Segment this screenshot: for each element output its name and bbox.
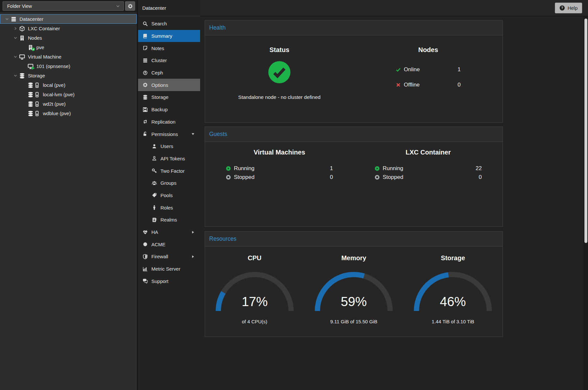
tree-item-virtual-machine[interactable]: Virtual Machine [0, 52, 137, 61]
tree-item-storage[interactable]: Storage [0, 71, 137, 80]
book-icon [143, 34, 148, 39]
nav-item-summary[interactable]: Summary [138, 30, 200, 42]
nav-item-api-tokens[interactable]: API Tokens [138, 153, 200, 165]
search-icon [143, 21, 148, 26]
caret-down-icon[interactable] [12, 73, 19, 78]
nav-item-label: ACME [151, 242, 165, 247]
health-panel-title: Health [209, 24, 226, 31]
resources-panel-header: Resources [205, 232, 503, 247]
nav-item-two-factor[interactable]: Two Factor [138, 165, 200, 177]
database-icon [28, 111, 33, 116]
caret-down-icon[interactable] [4, 17, 10, 21]
gauge-caption: of 4 CPU(s) [242, 319, 267, 324]
nav-item-pools[interactable]: Pools [138, 189, 200, 202]
nav-item-metric-server[interactable]: Metric Server [138, 263, 200, 275]
nav-item-replication[interactable]: Replication [138, 116, 200, 128]
database-icon [19, 73, 25, 79]
nav-item-label: Permissions [151, 131, 178, 137]
nav-item-permissions[interactable]: Permissions [138, 128, 200, 140]
nav-item-label: Search [151, 21, 167, 26]
nav-item-firewall[interactable]: Firewall [138, 250, 200, 263]
server-icon [143, 58, 148, 63]
tree-item-lxc-container[interactable]: LXC Container [0, 24, 137, 33]
key-icon [152, 168, 157, 173]
guests-panel-title: Guests [209, 131, 227, 138]
tree-item-pve[interactable]: pve [0, 43, 137, 52]
node-status-count: 0 [458, 82, 461, 88]
guest-status-label: Stopped [383, 174, 403, 181]
tree-item-local-lvm-pve[interactable]: local-lvm (pve) [0, 90, 137, 99]
check-badge-icon [32, 47, 35, 51]
gauge-caption: 9.11 GiB of 15.50 GiB [330, 319, 377, 324]
help-button[interactable]: ? Help [555, 3, 582, 13]
help-button-label: Help [568, 5, 578, 11]
nav-item-options[interactable]: Options [138, 79, 200, 91]
guest-status-count: 22 [476, 165, 482, 172]
scrollbar-thumb[interactable] [584, 19, 587, 243]
tree-item-label: Storage [28, 73, 45, 78]
nav-item-roles[interactable]: Roles [138, 201, 200, 214]
datacenter-nav: SearchSummaryNotesClusterCephOptionsStor… [138, 16, 200, 390]
nav-item-label: Users [160, 143, 173, 149]
nav-item-storage[interactable]: Storage [138, 91, 200, 103]
nav-item-ha[interactable]: HA [138, 226, 200, 238]
nav-item-label: Summary [151, 33, 172, 39]
gear-icon [128, 4, 133, 9]
nav-item-groups[interactable]: Groups [138, 177, 200, 189]
tree-item-label: 101 (opnsense) [36, 63, 70, 69]
nav-item-ceph[interactable]: Ceph [138, 67, 200, 79]
scrollbar-track[interactable] [583, 16, 588, 390]
node-status-row-online: Online1 [396, 62, 461, 77]
health-status-column: Status Standalone node - no cluster defi… [205, 35, 354, 122]
nav-item-label: Firewall [151, 254, 168, 259]
tree-item-101-opnsense[interactable]: 101 (opnsense) [0, 61, 137, 71]
health-panel-header: Health [205, 20, 503, 35]
nav-item-realms[interactable]: Realms [138, 214, 200, 226]
user-o-icon [152, 156, 157, 161]
tree-item-datacenter[interactable]: Datacenter [0, 14, 137, 24]
caret-spacer [20, 111, 27, 116]
guest-status-row-running: Running22 [375, 164, 482, 173]
guests-column-heading: LXC Container [406, 149, 451, 156]
status-heading: Status [269, 46, 289, 54]
nav-item-acme[interactable]: ACME [138, 238, 200, 250]
comments-icon [143, 278, 148, 284]
gauge-title: Storage [441, 254, 465, 262]
nav-item-notes[interactable]: Notes [138, 42, 200, 54]
tree-item-wd2t-pve[interactable]: wd2t (pve) [0, 99, 137, 109]
health-panel: Health Status Standalone node - no clust… [205, 20, 503, 123]
nav-item-users[interactable]: Users [138, 140, 200, 153]
tree-item-local-pve[interactable]: local (pve) [0, 80, 137, 90]
caret-spacer [20, 92, 27, 97]
gauge-arc: 17% [212, 268, 297, 315]
gauge-percent: 46% [440, 294, 466, 309]
stop-circle-icon [226, 175, 231, 180]
guest-status-row-stopped: Stopped0 [226, 173, 333, 182]
nav-item-backup[interactable]: Backup [138, 103, 200, 116]
guest-status-label: Stopped [234, 174, 254, 181]
stop-circle-icon [375, 175, 380, 180]
caret-right-icon[interactable] [12, 26, 19, 31]
caret-spacer [20, 64, 27, 69]
caret-down-icon[interactable] [12, 54, 19, 59]
nav-item-cluster[interactable]: Cluster [138, 54, 200, 67]
nav-item-support[interactable]: Support [138, 275, 200, 287]
nav-item-label: Backup [151, 107, 168, 112]
tree-item-nodes[interactable]: Nodes [0, 33, 137, 43]
replication-icon [143, 119, 148, 124]
node-status-label: Online [404, 66, 420, 73]
caret-down-icon[interactable] [12, 35, 19, 40]
nav-item-search[interactable]: Search [138, 18, 200, 30]
view-mode-select[interactable]: Folder View [3, 1, 124, 11]
gauge-percent: 17% [242, 294, 268, 309]
tree-item-wdblue-pve[interactable]: wdblue (pve) [0, 109, 137, 118]
proxmox-app: Folder View DatacenterLXC ContainerNodes… [0, 0, 588, 390]
caret-spacer [20, 101, 27, 106]
ceph-icon [143, 70, 148, 75]
guest-status-count: 0 [479, 174, 482, 181]
nav-item-label: Metric Server [151, 266, 180, 272]
building-icon [19, 35, 25, 41]
nav-item-label: Support [151, 278, 169, 284]
group-collapsed-arrow-icon [191, 255, 195, 258]
tree-settings-button[interactable] [125, 1, 135, 11]
